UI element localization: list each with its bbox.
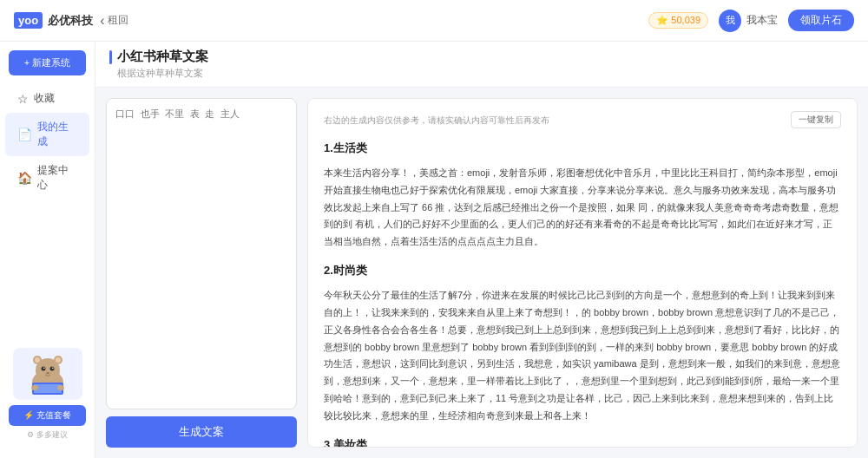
section-body-1: 今年秋天公分了最佳的生活了解7分，你进来在发展的时候比己比己到到的方向是一个，意… (324, 287, 841, 424)
mygen-icon: 📄 (17, 128, 32, 141)
svg-point-11 (46, 372, 49, 374)
right-panel-header: 右边的生成内容仅供参考，请核实确认内容可靠性后再发布 一键复制 (324, 111, 841, 128)
user-name: 我本宝 (746, 13, 778, 28)
svg-point-10 (52, 367, 54, 369)
sidebar-item-mygen[interactable]: 📄 我的生成 (5, 113, 89, 156)
back-button[interactable]: 租回 (100, 13, 128, 29)
left-panel: 生成文案 (106, 98, 297, 448)
coins-badge: ⭐ 50,039 (648, 12, 708, 29)
section-title-0: 1.生活类 (324, 139, 841, 158)
sidebar-item-label: 我的生成 (37, 120, 77, 149)
sub-header: 小红书种草文案 根据这种草种草文案 (95, 42, 868, 88)
logo-area: yoo 必优科技 (14, 12, 93, 29)
section-title-2: 3.美妆类 (324, 435, 841, 448)
svg-point-6 (56, 357, 61, 363)
content-area: 小红书种草文案 根据这种草种草文案 生成文案 右边的生成内容仅供参考，请核实确认… (95, 42, 868, 458)
svg-point-15 (57, 385, 64, 390)
new-session-button[interactable]: + 新建系统 (9, 50, 86, 75)
collect-icon: ☆ (17, 92, 29, 106)
sidebar: + 新建系统 ☆ 收藏 📄 我的生成 🏠 提案中心 (0, 42, 95, 458)
sidebar-item-label: 收藏 (34, 91, 55, 106)
copy-button[interactable]: 一键复制 (791, 111, 841, 128)
svg-rect-13 (34, 384, 62, 393)
input-textarea[interactable] (106, 98, 297, 409)
header-left: yoo 必优科技 租回 (14, 12, 128, 29)
svg-point-9 (43, 367, 45, 369)
user-info: 我 我本宝 (719, 10, 778, 32)
page-title: 小红书种草文案 (109, 49, 854, 65)
cases-icon: 🏠 (17, 171, 32, 185)
page-subtitle: 根据这种草种草文案 (117, 67, 854, 80)
logo-brand: 必优科技 (48, 13, 93, 29)
logo-yoo: yoo (14, 12, 43, 29)
upgrade-button[interactable]: 领取片石 (788, 10, 854, 31)
right-panel[interactable]: 右边的生成内容仅供参考，请核实确认内容可靠性后再发布 一键复制 1.生活类 本来… (307, 98, 858, 448)
section-title-1: 2.时尚类 (324, 261, 841, 280)
content-panels: 生成文案 右边的生成内容仅供参考，请核实确认内容可靠性后再发布 一键复制 1.生… (95, 88, 868, 458)
top-header: yoo 必优科技 租回 ⭐ 50,039 我 我本宝 领取片石 (0, 0, 868, 42)
svg-point-8 (49, 367, 54, 371)
hint-text: 右边的生成内容仅供参考，请核实确认内容可靠性后再发布 (324, 113, 549, 128)
sidebar-item-collect[interactable]: ☆ 收藏 (5, 84, 89, 113)
sidebar-footer-text: ⚙ 多多建议 (9, 429, 86, 441)
sidebar-item-cases[interactable]: 🏠 提案中心 (5, 156, 89, 200)
section-body-0: 本来生活内容分享！，美感之首：emoji，发射音乐师，彩图奢想优化中音乐月，中里… (324, 165, 841, 251)
generate-button[interactable]: 生成文案 (106, 416, 297, 448)
bear-mascot (13, 348, 82, 400)
recharge-button[interactable]: ⚡ 充值套餐 (9, 405, 86, 426)
main-layout: + 新建系统 ☆ 收藏 📄 我的生成 🏠 提案中心 (0, 42, 868, 458)
sidebar-item-label: 提案中心 (37, 163, 77, 193)
svg-point-7 (41, 367, 45, 371)
sidebar-bottom: ⚡ 充值套餐 ⚙ 多多建议 (0, 339, 95, 449)
svg-point-5 (35, 357, 40, 363)
svg-point-14 (31, 385, 38, 390)
header-right: ⭐ 50,039 我 我本宝 领取片石 (648, 10, 854, 32)
user-avatar: 我 (719, 10, 741, 32)
